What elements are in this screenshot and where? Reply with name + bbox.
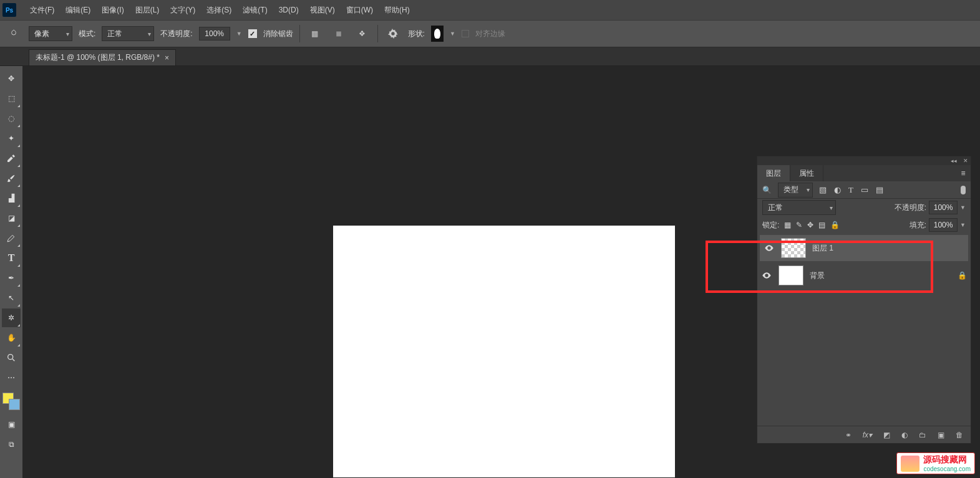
adjustment-icon[interactable]: ◐ — [901, 431, 908, 439]
lock-nest-icon[interactable]: ▤ — [818, 221, 825, 229]
panel-tabs: 图层 属性 ≡ — [757, 165, 971, 181]
align-edges-label: 对齐边缘 — [475, 29, 505, 39]
zoom-tool[interactable] — [2, 348, 21, 367]
menu-image[interactable]: 图像(I) — [98, 2, 127, 18]
menu-3d[interactable]: 3D(D) — [275, 3, 303, 17]
lock-icon: 🔒 — [958, 271, 967, 280]
close-tab-icon[interactable]: × — [165, 54, 169, 62]
shape-chevron-icon[interactable]: ▼ — [450, 31, 455, 37]
layer-row[interactable]: 图层 1 — [760, 235, 968, 261]
chevron-down-icon[interactable]: ▼ — [960, 204, 966, 211]
layer-filter-bar: 🔍 类型 ▧ ◐ T ▭ ▤ — [757, 181, 971, 199]
tab-layers[interactable]: 图层 — [757, 165, 790, 181]
panel-menu-icon[interactable]: ≡ — [956, 165, 971, 181]
layer-opacity-field[interactable]: 100% — [929, 201, 958, 214]
mode-dropdown[interactable]: 正常 — [102, 26, 154, 41]
shape-label: 形状: — [408, 29, 425, 39]
filter-adjust-icon[interactable]: ◐ — [834, 185, 841, 195]
visibility-toggle[interactable] — [764, 243, 775, 253]
layer-row[interactable]: 背景 🔒 — [757, 262, 971, 289]
group-icon[interactable]: 🗀 — [919, 431, 926, 439]
move-tool[interactable]: ✥ — [2, 69, 21, 88]
menu-file[interactable]: 文件(F) — [26, 2, 58, 18]
lasso-tool[interactable]: ◌ — [2, 109, 21, 128]
tool-preset-icon[interactable] — [5, 25, 22, 42]
blend-mode-dropdown[interactable]: 正常 — [762, 200, 836, 215]
layer-thumbnail[interactable] — [779, 265, 803, 285]
background-swatch[interactable] — [9, 399, 20, 410]
filter-shape-icon[interactable]: ▭ — [861, 185, 868, 195]
magic-wand-tool[interactable]: ✦ — [2, 129, 21, 148]
align-icon-1[interactable]: ▦ — [306, 25, 324, 42]
color-swatches[interactable] — [2, 393, 20, 410]
lock-paint-icon[interactable]: ✎ — [796, 221, 802, 229]
brush-tool[interactable] — [2, 169, 21, 188]
lock-all-icon[interactable]: 🔒 — [830, 221, 840, 229]
mask-icon[interactable]: ◩ — [883, 431, 890, 439]
stack-icon[interactable]: ❖ — [354, 25, 371, 42]
options-bar: 像素 模式: 正常 不透明度: 100% ▼ ✓ 消除锯齿 ▦ ≣ ❖ 形状: … — [0, 20, 980, 47]
filter-type-icon[interactable]: T — [848, 185, 853, 195]
fx-icon[interactable]: fx▾ — [863, 431, 872, 439]
panel-titlebar[interactable]: ◂◂ ✕ — [757, 156, 971, 165]
document-canvas[interactable] — [333, 226, 675, 477]
visibility-toggle[interactable] — [761, 270, 772, 280]
lock-pos-icon[interactable]: ✥ — [807, 221, 813, 229]
menu-help[interactable]: 帮助(H) — [381, 2, 414, 18]
edit-toolbar-icon[interactable]: ⋯ — [2, 368, 21, 387]
layer-thumbnail[interactable] — [781, 238, 806, 258]
close-panel-icon[interactable]: ✕ — [963, 158, 968, 164]
filter-type-dropdown[interactable]: 类型 — [778, 183, 813, 198]
eyedropper-tool[interactable] — [2, 149, 21, 168]
menu-select[interactable]: 选择(S) — [203, 2, 235, 18]
pen-tool[interactable] — [2, 229, 21, 247]
lock-fill-row: 锁定: ▦ ✎ ✥ ▤ 🔒 填充: 100% ▼ — [757, 216, 971, 234]
type-tool[interactable]: T — [2, 249, 21, 267]
menu-layer[interactable]: 图层(L) — [132, 2, 163, 18]
link-layers-icon[interactable]: ⚭ — [845, 431, 851, 439]
chevron-down-icon[interactable]: ▼ — [960, 222, 966, 228]
filter-smart-icon[interactable]: ▤ — [876, 185, 883, 195]
eraser-tool[interactable]: ◪ — [2, 209, 21, 227]
search-icon: 🔍 — [762, 186, 772, 194]
menu-window[interactable]: 窗口(W) — [342, 2, 377, 18]
quickmask-icon[interactable]: ▣ — [2, 415, 21, 434]
hand-tool[interactable]: ✋ — [2, 328, 21, 347]
menu-type[interactable]: 文字(Y) — [167, 2, 199, 18]
custom-shape-tool[interactable]: ✲ — [2, 308, 21, 327]
opacity-field[interactable]: 100% — [199, 27, 230, 41]
path-tool[interactable]: ✒ — [2, 269, 21, 287]
align-edges-checkbox[interactable] — [462, 30, 469, 37]
opacity-chevron-icon[interactable]: ▼ — [236, 31, 242, 37]
layer-name[interactable]: 图层 1 — [812, 243, 964, 254]
clone-stamp-tool[interactable]: ▟ — [2, 189, 21, 208]
document-tab[interactable]: 未标题-1 @ 100% (图层 1, RGB/8#) * × — [29, 49, 176, 65]
align-icon-2[interactable]: ≣ — [330, 25, 347, 42]
collapse-icon[interactable]: ◂◂ — [951, 158, 957, 164]
fill-field[interactable]: 100% — [929, 218, 958, 232]
separator — [299, 25, 300, 42]
trash-icon[interactable]: 🗑 — [956, 431, 963, 439]
gear-icon[interactable] — [384, 25, 402, 42]
menu-filter[interactable]: 滤镜(T) — [239, 2, 271, 18]
tab-properties[interactable]: 属性 — [790, 165, 823, 181]
filter-toggle[interactable] — [961, 186, 966, 194]
screenmode-icon[interactable]: ⧉ — [2, 435, 21, 454]
lock-trans-icon[interactable]: ▦ — [784, 221, 791, 229]
menu-edit[interactable]: 编辑(E) — [62, 2, 94, 18]
opacity-label: 不透明度: — [160, 29, 192, 39]
antialias-checkbox[interactable]: ✓ — [248, 29, 257, 38]
new-layer-icon[interactable]: ▣ — [938, 431, 944, 439]
direct-select-tool[interactable]: ↖ — [2, 289, 21, 307]
watermark: 源码搜藏网 codesocang.com — [896, 452, 975, 474]
menu-view[interactable]: 视图(V) — [306, 2, 339, 18]
layers-panel: ◂◂ ✕ 图层 属性 ≡ 🔍 类型 ▧ ◐ T ▭ ▤ 正常 不透明度: 100… — [757, 156, 971, 444]
layers-empty-area[interactable] — [757, 289, 971, 426]
layer-name[interactable]: 背景 — [810, 270, 951, 281]
filter-pixel-icon[interactable]: ▧ — [819, 185, 827, 195]
shape-picker[interactable] — [431, 26, 444, 42]
menu-bar: Ps 文件(F) 编辑(E) 图像(I) 图层(L) 文字(Y) 选择(S) 滤… — [0, 0, 980, 20]
unit-dropdown[interactable]: 像素 — [29, 26, 72, 41]
marquee-tool[interactable]: ⬚ — [2, 89, 21, 108]
bulb-icon — [434, 29, 440, 39]
